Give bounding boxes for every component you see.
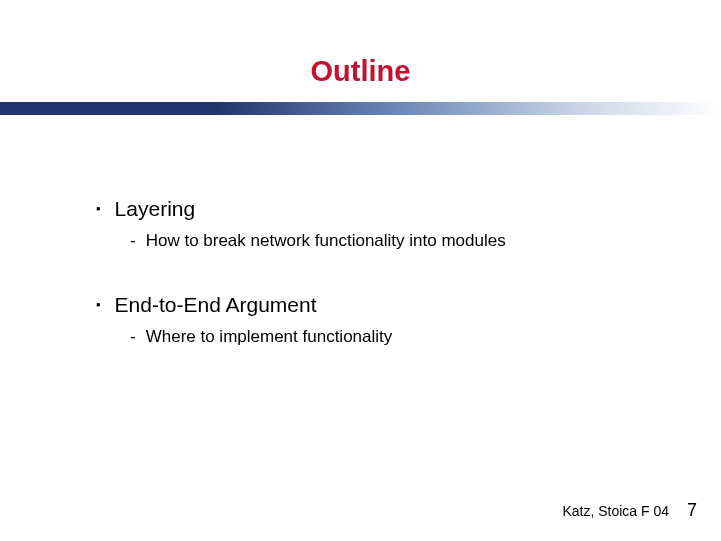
slide-title: Outline xyxy=(0,0,721,102)
bullet-text: Layering xyxy=(115,197,196,221)
bullet-item: ▪ Layering xyxy=(96,197,721,221)
footer-page-number: 7 xyxy=(687,500,697,521)
sub-bullet-text: How to break network functionality into … xyxy=(146,231,506,251)
square-bullet-icon: ▪ xyxy=(96,298,101,311)
sub-bullet-item: - Where to implement functionality xyxy=(96,327,721,347)
dash-bullet-icon: - xyxy=(130,327,136,347)
bullet-text: End-to-End Argument xyxy=(115,293,317,317)
square-bullet-icon: ▪ xyxy=(96,202,101,215)
bullet-item: ▪ End-to-End Argument xyxy=(96,293,721,317)
sub-bullet-item: - How to break network functionality int… xyxy=(96,231,721,251)
sub-bullet-text: Where to implement functionality xyxy=(146,327,393,347)
content-area: ▪ Layering - How to break network functi… xyxy=(0,115,721,347)
footer-author: Katz, Stoica F 04 xyxy=(562,503,669,519)
dash-bullet-icon: - xyxy=(130,231,136,251)
slide-footer: Katz, Stoica F 04 7 xyxy=(562,500,697,521)
title-divider xyxy=(0,102,721,115)
